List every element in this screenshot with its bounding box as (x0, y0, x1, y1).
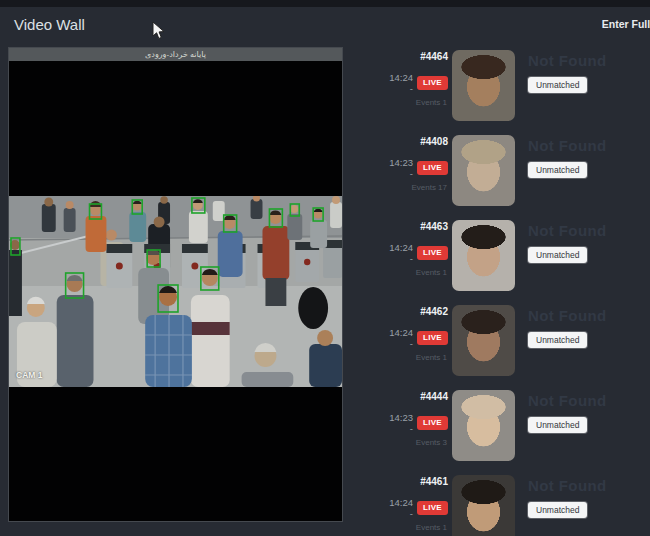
cctv-scene (9, 196, 342, 387)
unmatched-status-badge: Unmatched (528, 247, 587, 263)
event-id: #4462 (393, 306, 448, 317)
not-found-label: Not Found (528, 52, 607, 69)
unmatched-status-badge: Unmatched (528, 77, 587, 93)
event-meta: #4463 14:24 - LIVE Events 1 (393, 218, 448, 277)
video-letterbox: CAM 1 (9, 61, 342, 521)
live-badge[interactable]: LIVE (417, 246, 448, 260)
event-time-row: 14:24 - LIVE (393, 327, 448, 349)
unmatched-status-badge: Unmatched (528, 502, 587, 518)
match-result: Not Found Unmatched (528, 218, 607, 263)
camera-name-overlay: CAM 1 (16, 370, 42, 380)
event-id: #4463 (393, 221, 448, 232)
not-found-label: Not Found (528, 137, 607, 154)
event-time-row: 14:23 - LIVE (393, 412, 448, 434)
unmatched-status-badge: Unmatched (528, 417, 587, 433)
event-meta: #4461 14:24 - LIVE Events 1 (393, 473, 448, 532)
match-result: Not Found Unmatched (528, 303, 607, 348)
face-thumbnail[interactable] (452, 390, 515, 461)
face-event-row[interactable]: #4461 14:24 - LIVE Events 1 Not Found Un… (393, 473, 650, 536)
window-top-strip (0, 0, 650, 7)
enter-fullscreen-button[interactable]: Enter Fulls (602, 18, 650, 30)
video-tile-cam1[interactable]: پایانه خرداد-ورودی (8, 47, 343, 522)
video-title-bar: پایانه خرداد-ورودی (9, 48, 342, 61)
live-badge[interactable]: LIVE (417, 76, 448, 90)
event-count: Events 3 (393, 438, 448, 447)
live-badge[interactable]: LIVE (417, 501, 448, 515)
events-list: #4464 14:24 - LIVE Events 1 Not Found Un… (393, 48, 650, 536)
event-id: #4464 (393, 51, 448, 62)
event-count: Events 17 (393, 183, 448, 192)
not-found-label: Not Found (528, 307, 607, 324)
event-time-row: 14:23 - LIVE (393, 157, 448, 179)
face-thumbnail[interactable] (452, 305, 515, 376)
event-time-row: 14:24 - LIVE (393, 242, 448, 264)
live-badge[interactable]: LIVE (417, 416, 448, 430)
event-meta: #4464 14:24 - LIVE Events 1 (393, 48, 448, 107)
face-thumbnail[interactable] (452, 50, 515, 121)
face-event-row[interactable]: #4408 14:23 - LIVE Events 17 Not Found U… (393, 133, 650, 218)
unmatched-status-badge: Unmatched (528, 162, 587, 178)
header-bar: Video Wall Enter Fulls (0, 7, 650, 43)
match-result: Not Found Unmatched (528, 48, 607, 93)
event-time: 14:23 - (389, 157, 413, 179)
live-badge[interactable]: LIVE (417, 331, 448, 345)
match-result: Not Found Unmatched (528, 388, 607, 433)
event-count: Events 1 (393, 98, 448, 107)
event-time: 14:24 - (389, 497, 413, 519)
camera-title: پایانه خرداد-ورودی (145, 48, 206, 61)
event-count: Events 1 (393, 523, 448, 532)
event-time: 14:24 - (389, 242, 413, 264)
face-event-row[interactable]: #4462 14:24 - LIVE Events 1 Not Found Un… (393, 303, 650, 388)
event-time: 14:24 - (389, 72, 413, 94)
event-id: #4444 (393, 391, 448, 402)
event-count: Events 1 (393, 268, 448, 277)
page-title: Video Wall (14, 16, 85, 33)
video-wall-app: Video Wall Enter Fulls پایانه خرداد-ورود… (0, 0, 650, 536)
face-thumbnail[interactable] (452, 135, 515, 206)
event-meta: #4462 14:24 - LIVE Events 1 (393, 303, 448, 362)
face-event-row[interactable]: #4464 14:24 - LIVE Events 1 Not Found Un… (393, 48, 650, 133)
not-found-label: Not Found (528, 222, 607, 239)
event-count: Events 1 (393, 353, 448, 362)
event-time: 14:23 - (389, 412, 413, 434)
event-id: #4461 (393, 476, 448, 487)
match-result: Not Found Unmatched (528, 133, 607, 178)
face-thumbnail[interactable] (452, 220, 515, 291)
unmatched-status-badge: Unmatched (528, 332, 587, 348)
event-id: #4408 (393, 136, 448, 147)
face-event-row[interactable]: #4444 14:23 - LIVE Events 3 Not Found Un… (393, 388, 650, 473)
event-time-row: 14:24 - LIVE (393, 497, 448, 519)
live-badge[interactable]: LIVE (417, 161, 448, 175)
not-found-label: Not Found (528, 392, 607, 409)
cctv-footage: CAM 1 (9, 196, 342, 387)
face-event-row[interactable]: #4463 14:24 - LIVE Events 1 Not Found Un… (393, 218, 650, 303)
face-thumbnail[interactable] (452, 475, 515, 536)
not-found-label: Not Found (528, 477, 607, 494)
event-meta: #4444 14:23 - LIVE Events 3 (393, 388, 448, 447)
match-result: Not Found Unmatched (528, 473, 607, 518)
event-time-row: 14:24 - LIVE (393, 72, 448, 94)
event-time: 14:24 - (389, 327, 413, 349)
event-meta: #4408 14:23 - LIVE Events 17 (393, 133, 448, 192)
